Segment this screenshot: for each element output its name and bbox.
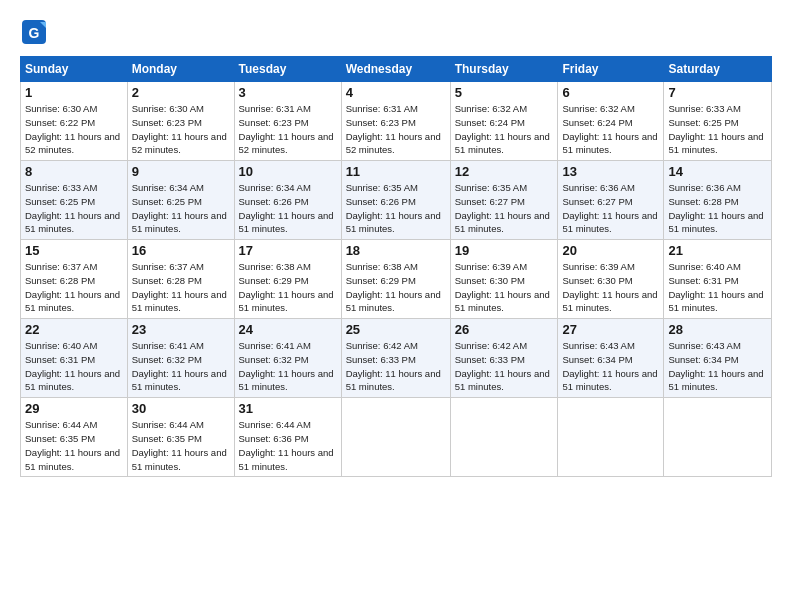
day-detail: Sunrise: 6:43 AMSunset: 6:34 PMDaylight:… [668, 340, 763, 392]
day-detail: Sunrise: 6:40 AMSunset: 6:31 PMDaylight:… [25, 340, 120, 392]
day-number: 4 [346, 85, 446, 100]
col-header-thursday: Thursday [450, 57, 558, 82]
day-number: 5 [455, 85, 554, 100]
day-cell: 18 Sunrise: 6:38 AMSunset: 6:29 PMDaylig… [341, 240, 450, 319]
day-cell: 19 Sunrise: 6:39 AMSunset: 6:30 PMDaylig… [450, 240, 558, 319]
day-cell: 1 Sunrise: 6:30 AMSunset: 6:22 PMDayligh… [21, 82, 128, 161]
day-number: 30 [132, 401, 230, 416]
col-header-sunday: Sunday [21, 57, 128, 82]
day-cell: 30 Sunrise: 6:44 AMSunset: 6:35 PMDaylig… [127, 398, 234, 477]
day-detail: Sunrise: 6:44 AMSunset: 6:35 PMDaylight:… [132, 419, 227, 471]
day-number: 23 [132, 322, 230, 337]
col-header-tuesday: Tuesday [234, 57, 341, 82]
day-cell [450, 398, 558, 477]
logo-icon: G [20, 18, 48, 46]
day-detail: Sunrise: 6:41 AMSunset: 6:32 PMDaylight:… [239, 340, 334, 392]
logo: G [20, 18, 52, 46]
day-number: 1 [25, 85, 123, 100]
day-cell: 11 Sunrise: 6:35 AMSunset: 6:26 PMDaylig… [341, 161, 450, 240]
day-detail: Sunrise: 6:37 AMSunset: 6:28 PMDaylight:… [132, 261, 227, 313]
day-detail: Sunrise: 6:37 AMSunset: 6:28 PMDaylight:… [25, 261, 120, 313]
col-header-wednesday: Wednesday [341, 57, 450, 82]
page-header: G [20, 18, 772, 46]
day-number: 7 [668, 85, 767, 100]
day-number: 19 [455, 243, 554, 258]
day-number: 14 [668, 164, 767, 179]
day-cell: 3 Sunrise: 6:31 AMSunset: 6:23 PMDayligh… [234, 82, 341, 161]
day-cell: 7 Sunrise: 6:33 AMSunset: 6:25 PMDayligh… [664, 82, 772, 161]
week-row-3: 15 Sunrise: 6:37 AMSunset: 6:28 PMDaylig… [21, 240, 772, 319]
day-cell: 6 Sunrise: 6:32 AMSunset: 6:24 PMDayligh… [558, 82, 664, 161]
day-cell: 14 Sunrise: 6:36 AMSunset: 6:28 PMDaylig… [664, 161, 772, 240]
day-cell: 22 Sunrise: 6:40 AMSunset: 6:31 PMDaylig… [21, 319, 128, 398]
day-cell: 17 Sunrise: 6:38 AMSunset: 6:29 PMDaylig… [234, 240, 341, 319]
day-detail: Sunrise: 6:32 AMSunset: 6:24 PMDaylight:… [562, 103, 657, 155]
day-cell: 8 Sunrise: 6:33 AMSunset: 6:25 PMDayligh… [21, 161, 128, 240]
day-number: 18 [346, 243, 446, 258]
day-cell: 24 Sunrise: 6:41 AMSunset: 6:32 PMDaylig… [234, 319, 341, 398]
day-detail: Sunrise: 6:39 AMSunset: 6:30 PMDaylight:… [455, 261, 550, 313]
day-detail: Sunrise: 6:38 AMSunset: 6:29 PMDaylight:… [346, 261, 441, 313]
day-number: 11 [346, 164, 446, 179]
day-number: 17 [239, 243, 337, 258]
day-detail: Sunrise: 6:32 AMSunset: 6:24 PMDaylight:… [455, 103, 550, 155]
day-cell: 4 Sunrise: 6:31 AMSunset: 6:23 PMDayligh… [341, 82, 450, 161]
day-number: 24 [239, 322, 337, 337]
week-row-5: 29 Sunrise: 6:44 AMSunset: 6:35 PMDaylig… [21, 398, 772, 477]
day-detail: Sunrise: 6:39 AMSunset: 6:30 PMDaylight:… [562, 261, 657, 313]
day-cell: 21 Sunrise: 6:40 AMSunset: 6:31 PMDaylig… [664, 240, 772, 319]
svg-text:G: G [29, 25, 40, 41]
calendar-table: SundayMondayTuesdayWednesdayThursdayFrid… [20, 56, 772, 477]
day-cell: 28 Sunrise: 6:43 AMSunset: 6:34 PMDaylig… [664, 319, 772, 398]
day-cell: 31 Sunrise: 6:44 AMSunset: 6:36 PMDaylig… [234, 398, 341, 477]
day-number: 27 [562, 322, 659, 337]
day-cell: 2 Sunrise: 6:30 AMSunset: 6:23 PMDayligh… [127, 82, 234, 161]
week-row-4: 22 Sunrise: 6:40 AMSunset: 6:31 PMDaylig… [21, 319, 772, 398]
day-detail: Sunrise: 6:44 AMSunset: 6:35 PMDaylight:… [25, 419, 120, 471]
day-number: 8 [25, 164, 123, 179]
day-cell: 25 Sunrise: 6:42 AMSunset: 6:33 PMDaylig… [341, 319, 450, 398]
day-cell: 13 Sunrise: 6:36 AMSunset: 6:27 PMDaylig… [558, 161, 664, 240]
day-detail: Sunrise: 6:33 AMSunset: 6:25 PMDaylight:… [25, 182, 120, 234]
day-number: 15 [25, 243, 123, 258]
day-detail: Sunrise: 6:30 AMSunset: 6:22 PMDaylight:… [25, 103, 120, 155]
calendar-page: G SundayMondayTuesdayWednesdayThursdayFr… [0, 0, 792, 612]
day-number: 26 [455, 322, 554, 337]
day-number: 2 [132, 85, 230, 100]
day-cell: 20 Sunrise: 6:39 AMSunset: 6:30 PMDaylig… [558, 240, 664, 319]
day-number: 21 [668, 243, 767, 258]
day-detail: Sunrise: 6:30 AMSunset: 6:23 PMDaylight:… [132, 103, 227, 155]
day-detail: Sunrise: 6:34 AMSunset: 6:25 PMDaylight:… [132, 182, 227, 234]
day-number: 25 [346, 322, 446, 337]
day-detail: Sunrise: 6:42 AMSunset: 6:33 PMDaylight:… [346, 340, 441, 392]
day-cell: 9 Sunrise: 6:34 AMSunset: 6:25 PMDayligh… [127, 161, 234, 240]
day-detail: Sunrise: 6:35 AMSunset: 6:27 PMDaylight:… [455, 182, 550, 234]
day-cell: 27 Sunrise: 6:43 AMSunset: 6:34 PMDaylig… [558, 319, 664, 398]
day-detail: Sunrise: 6:40 AMSunset: 6:31 PMDaylight:… [668, 261, 763, 313]
day-detail: Sunrise: 6:44 AMSunset: 6:36 PMDaylight:… [239, 419, 334, 471]
day-number: 10 [239, 164, 337, 179]
week-row-1: 1 Sunrise: 6:30 AMSunset: 6:22 PMDayligh… [21, 82, 772, 161]
day-detail: Sunrise: 6:31 AMSunset: 6:23 PMDaylight:… [239, 103, 334, 155]
day-number: 3 [239, 85, 337, 100]
col-header-friday: Friday [558, 57, 664, 82]
day-cell [558, 398, 664, 477]
day-cell: 10 Sunrise: 6:34 AMSunset: 6:26 PMDaylig… [234, 161, 341, 240]
day-detail: Sunrise: 6:33 AMSunset: 6:25 PMDaylight:… [668, 103, 763, 155]
day-detail: Sunrise: 6:31 AMSunset: 6:23 PMDaylight:… [346, 103, 441, 155]
day-detail: Sunrise: 6:43 AMSunset: 6:34 PMDaylight:… [562, 340, 657, 392]
day-number: 12 [455, 164, 554, 179]
day-cell [664, 398, 772, 477]
day-detail: Sunrise: 6:36 AMSunset: 6:27 PMDaylight:… [562, 182, 657, 234]
col-header-saturday: Saturday [664, 57, 772, 82]
day-number: 22 [25, 322, 123, 337]
day-number: 31 [239, 401, 337, 416]
day-cell: 5 Sunrise: 6:32 AMSunset: 6:24 PMDayligh… [450, 82, 558, 161]
day-number: 29 [25, 401, 123, 416]
header-row: SundayMondayTuesdayWednesdayThursdayFrid… [21, 57, 772, 82]
day-number: 6 [562, 85, 659, 100]
day-detail: Sunrise: 6:36 AMSunset: 6:28 PMDaylight:… [668, 182, 763, 234]
day-detail: Sunrise: 6:42 AMSunset: 6:33 PMDaylight:… [455, 340, 550, 392]
day-cell: 12 Sunrise: 6:35 AMSunset: 6:27 PMDaylig… [450, 161, 558, 240]
day-detail: Sunrise: 6:35 AMSunset: 6:26 PMDaylight:… [346, 182, 441, 234]
